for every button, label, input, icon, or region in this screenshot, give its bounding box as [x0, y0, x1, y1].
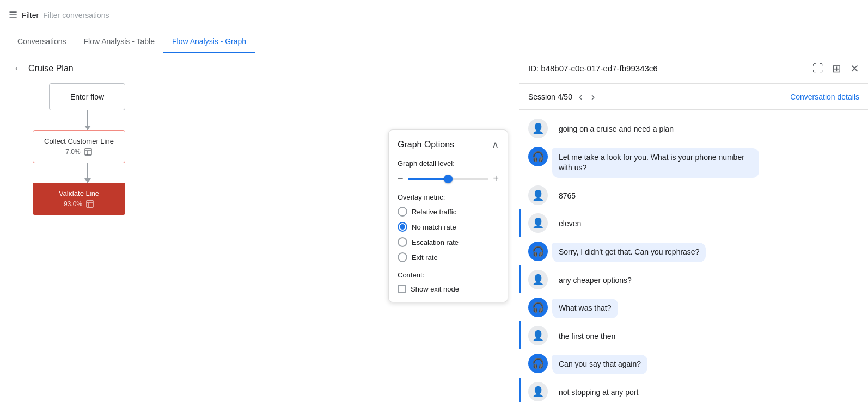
slider-thumb[interactable]	[444, 175, 453, 183]
validate-node-stats: 93.0%	[41, 200, 117, 208]
enter-flow-node[interactable]: Enter flow	[49, 83, 125, 110]
radio-inner-no-match	[400, 224, 405, 230]
content-label: Content:	[398, 271, 499, 279]
collect-node-stats: 7.0%	[42, 147, 116, 156]
avatar: 🎧	[528, 147, 548, 166]
message-bubble: eleven	[552, 214, 588, 234]
slider-track[interactable]	[408, 178, 489, 180]
radio-group: Relative traffic No match rate Escalatio…	[398, 207, 499, 262]
radio-no-match-rate[interactable]: No match rate	[398, 222, 499, 232]
next-session-button[interactable]: ›	[589, 88, 597, 105]
main-area: ← Cruise Plan Enter flow Collect Custome…	[0, 53, 868, 402]
user-avatar-icon: 👤	[532, 330, 544, 342]
radio-outer-no-match	[398, 222, 407, 232]
bot-avatar-icon: 🎧	[532, 357, 544, 369]
conversation-subheader: Session 4/50 ‹ › Conversation details	[519, 84, 868, 110]
user-avatar-icon: 👤	[532, 189, 544, 201]
filter-input-placeholder[interactable]: Filter conversations	[43, 11, 109, 20]
message-row: 👤any cheaper options?	[519, 265, 868, 294]
conversation-header: ID: b48b07-c0e-017-ed7-fb99343c6 ⛶ ⊞ ✕	[519, 53, 868, 84]
radio-label-no-match: No match rate	[412, 223, 456, 231]
avatar: 🎧	[528, 354, 548, 373]
avatar: 👤	[528, 270, 548, 289]
avatar: 👤	[528, 326, 548, 345]
graph-options-panel: Graph Options ∧ Graph detail level: − + …	[388, 129, 508, 302]
message-bubble: 8765	[552, 187, 582, 206]
graph-options-title: Graph Options	[398, 140, 454, 150]
message-row: 🎧Sorry, I didn't get that. Can you rephr…	[519, 237, 868, 265]
filter-label: Filter	[22, 11, 39, 20]
tab-bar: Conversations Flow Analysis - Table Flow…	[0, 30, 868, 53]
bot-avatar-icon: 🎧	[532, 151, 544, 163]
validate-node[interactable]: Validate Line 93.0%	[33, 183, 125, 215]
left-panel: ← Cruise Plan Enter flow Collect Custome…	[0, 53, 519, 402]
bot-avatar-icon: 🎧	[532, 245, 544, 257]
validate-stat-icon	[85, 200, 94, 208]
message-row: 👤going on a cruise and need a plan	[519, 114, 868, 143]
radio-escalation-rate[interactable]: Escalation rate	[398, 237, 499, 247]
slider-row: − +	[398, 173, 499, 184]
slider-minus-button[interactable]: −	[398, 173, 404, 184]
user-avatar-icon: 👤	[532, 386, 544, 398]
radio-relative-traffic[interactable]: Relative traffic	[398, 207, 499, 217]
message-row: 🎧Can you say that again?	[519, 349, 868, 378]
tab-conversations[interactable]: Conversations	[9, 30, 75, 53]
back-button[interactable]: ←	[13, 62, 24, 75]
radio-outer-exit	[398, 252, 407, 262]
close-icon[interactable]: ✕	[850, 62, 859, 75]
content-section: Content: Show exit node	[398, 271, 499, 293]
page-title: Cruise Plan	[28, 64, 74, 73]
conversation-details-link[interactable]: Conversation details	[790, 92, 859, 101]
overlay-metric-label: Overlay metric:	[398, 193, 499, 201]
filter-icon: ☰	[9, 9, 17, 21]
avatar: 👤	[528, 119, 548, 138]
checkbox-label: Show exit node	[411, 285, 459, 293]
message-bubble: not stopping at any port	[552, 383, 645, 402]
message-row: 🎧Let me take a look for you. What is you…	[519, 143, 868, 181]
conversation-id: ID: b48b07-c0e-017-ed7-fb99343c6	[528, 64, 658, 73]
checkbox-box	[398, 285, 406, 293]
radio-label-relative: Relative traffic	[412, 208, 456, 216]
header-icons: ⛶ ⊞ ✕	[812, 62, 859, 75]
avatar: 👤	[528, 382, 548, 401]
radio-outer-relative	[398, 207, 407, 217]
avatar: 🎧	[528, 242, 548, 261]
avatar: 🎧	[528, 298, 548, 317]
validate-stat-value: 93.0%	[64, 200, 82, 208]
detail-level-label: Graph detail level:	[398, 159, 499, 168]
graph-options-collapse[interactable]: ∧	[492, 139, 499, 151]
message-bubble: any cheaper options?	[552, 271, 638, 290]
slider-plus-button[interactable]: +	[493, 173, 499, 184]
user-avatar-icon: 👤	[532, 274, 544, 286]
collect-stat-icon	[84, 147, 93, 156]
fullscreen-icon[interactable]: ⛶	[812, 62, 823, 75]
session-label: Session 4/50	[528, 92, 572, 101]
message-row: 🎧What was that?	[519, 293, 868, 321]
avatar: 👤	[528, 185, 548, 205]
message-bubble: Sorry, I didn't get that. Can you rephra…	[552, 243, 706, 262]
tab-flow-table[interactable]: Flow Analysis - Table	[75, 30, 163, 53]
bot-avatar-icon: 🎧	[532, 301, 544, 313]
message-row: 👤not stopping at any port	[519, 378, 868, 402]
user-avatar-icon: 👤	[532, 122, 544, 134]
prev-session-button[interactable]: ‹	[577, 88, 585, 105]
radio-outer-escalation	[398, 237, 407, 247]
message-bubble: What was that?	[552, 299, 618, 318]
user-avatar-icon: 👤	[532, 217, 544, 229]
collect-node[interactable]: Collect Customer Line 7.0%	[33, 130, 125, 163]
svg-rect-3	[87, 201, 93, 207]
flow-arrow-2	[87, 163, 88, 183]
radio-label-escalation: Escalation rate	[412, 238, 459, 246]
grid-icon[interactable]: ⊞	[832, 62, 841, 75]
collect-stat-value: 7.0%	[65, 148, 80, 156]
show-exit-node-checkbox[interactable]: Show exit node	[398, 285, 499, 293]
message-row: 👤eleven	[519, 209, 868, 237]
message-bubble: the first one then	[552, 327, 622, 347]
right-panel: ID: b48b07-c0e-017-ed7-fb99343c6 ⛶ ⊞ ✕ S…	[519, 53, 868, 402]
validate-node-title: Validate Line	[41, 189, 117, 197]
tab-flow-graph[interactable]: Flow Analysis - Graph	[163, 30, 255, 53]
radio-exit-rate[interactable]: Exit rate	[398, 252, 499, 262]
message-row: 👤8765	[519, 181, 868, 209]
radio-label-exit: Exit rate	[412, 253, 438, 262]
messages-area[interactable]: 👤going on a cruise and need a plan🎧Let m…	[519, 110, 868, 402]
